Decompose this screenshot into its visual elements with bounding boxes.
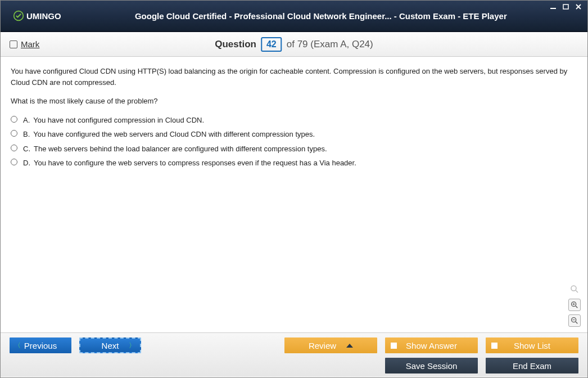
option-text: The web servers behind the load balancer…: [34, 143, 327, 155]
next-label: Next: [102, 341, 119, 350]
radio-icon: [11, 145, 17, 151]
triangle-up-icon: [346, 344, 353, 348]
question-number[interactable]: 42: [261, 37, 282, 52]
review-label: Review: [309, 341, 336, 350]
option-text: You have not configured compression in C…: [33, 115, 204, 126]
search-icon[interactable]: [568, 283, 581, 295]
svg-point-3: [571, 286, 576, 291]
option-b[interactable]: B. You have configured the web servers a…: [11, 129, 577, 140]
option-letter: A.: [23, 115, 30, 126]
end-exam-button[interactable]: End Exam: [486, 358, 578, 374]
option-letter: C.: [23, 143, 30, 155]
previous-button[interactable]: 〈 Previous: [10, 338, 71, 353]
show-answer-label: Show Answer: [406, 341, 457, 350]
option-c[interactable]: C. The web servers behind the load balan…: [11, 143, 577, 155]
checkbox-icon: [491, 343, 497, 349]
close-button[interactable]: [574, 3, 583, 11]
chevron-right-icon: 〉: [129, 341, 135, 350]
zoom-in-button[interactable]: [568, 299, 581, 311]
option-d[interactable]: D. You have to configure the web servers…: [11, 158, 577, 169]
save-session-label: Save Session: [406, 361, 458, 371]
question-body: You have configured Cloud CDN using HTTP…: [11, 66, 577, 88]
options-group: A. You have not configured compression i…: [11, 115, 577, 169]
option-a[interactable]: A. You have not configured compression i…: [11, 115, 577, 126]
mark-label: Mark: [21, 39, 39, 49]
titlebar: UMINGO Google Cloud Certified - Professi…: [1, 1, 587, 32]
svg-rect-2: [563, 4, 568, 9]
zoom-tools: [568, 283, 581, 327]
previous-label: Previous: [24, 341, 57, 350]
radio-icon: [11, 159, 17, 165]
mark-checkbox[interactable]: Mark: [10, 39, 39, 49]
minimize-button[interactable]: [549, 3, 558, 11]
option-letter: B.: [23, 129, 30, 140]
question-prompt: What is the most likely cause of the pro…: [11, 96, 577, 107]
svg-rect-1: [550, 8, 556, 9]
checkbox-icon: [391, 343, 397, 349]
checkbox-icon: [10, 40, 17, 48]
brand-text: UMINGO: [26, 11, 61, 21]
next-button[interactable]: Next 〉: [79, 338, 141, 353]
check-icon: [13, 10, 24, 21]
question-label: Question: [215, 39, 256, 50]
option-letter: D.: [23, 158, 30, 169]
option-text: You have configured the web servers and …: [33, 129, 315, 140]
radio-icon: [11, 130, 17, 137]
maximize-button[interactable]: [562, 3, 571, 11]
question-header: Mark Question 42 of 79 (Exam A, Q24): [1, 32, 587, 57]
show-answer-button[interactable]: Show Answer: [385, 338, 478, 353]
zoom-out-button[interactable]: [568, 314, 581, 327]
brand-logo: UMINGO: [13, 10, 61, 21]
end-exam-label: End Exam: [513, 361, 551, 371]
question-total: of 79 (Exam A, Q24): [287, 39, 373, 50]
question-counter: Question 42 of 79 (Exam A, Q24): [215, 37, 373, 52]
window-controls: [549, 3, 583, 11]
save-session-button[interactable]: Save Session: [385, 358, 478, 374]
window-title: Google Cloud Certified - Professional Cl…: [61, 11, 581, 21]
show-list-label: Show List: [514, 341, 550, 350]
radio-icon: [11, 116, 17, 123]
footer: 〈 Previous Next 〉 Review Show Answer Sho…: [1, 332, 587, 377]
option-text: You have to configure the web servers to…: [34, 158, 356, 169]
review-button[interactable]: Review: [284, 338, 377, 353]
question-content: You have configured Cloud CDN using HTTP…: [1, 57, 587, 332]
chevron-left-icon: 〈: [14, 341, 21, 350]
show-list-button[interactable]: Show List: [486, 338, 578, 353]
